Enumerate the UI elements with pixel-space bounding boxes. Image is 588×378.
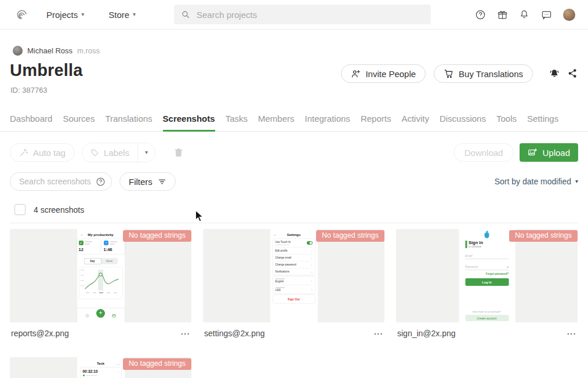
chevron-down-icon: ▾ [81,12,84,17]
signin-title: Sign In [469,241,483,245]
notification-settings-bell-icon[interactable] [549,68,560,79]
screenshot-search [10,172,112,191]
screenshot-card: No tagged strings Task ··· 00:32:10 › [10,357,191,378]
magic-wand-icon [19,148,28,157]
tab-screenshots[interactable]: Screenshots [163,114,215,131]
stat-time: ◔ 1:46 [102,239,125,254]
productivity-chart [79,267,122,299]
buy-translations-button[interactable]: Buy Translations [434,64,533,83]
signin-preview: Sign In to continue Email Password ● For… [459,229,515,322]
password-field: Password ● [465,259,509,270]
search-screenshots-input[interactable] [18,176,96,187]
crowdin-logo-icon[interactable] [14,7,29,22]
log-in-button: Log In [465,278,509,286]
screenshot-filename: settings@2x.png [204,329,265,338]
card-menu-button[interactable]: ··· [567,330,576,337]
chat-icon[interactable] [541,9,552,20]
bell-icon[interactable] [519,9,530,20]
owner-name[interactable]: Michael Ross [27,46,72,55]
sort-label: Sort by date modified [495,177,571,186]
eye-icon: ● [507,266,509,268]
filter-row: Filters Sort by date modified ▾ [10,172,578,191]
labels-label: Labels [104,148,129,158]
help-icon[interactable] [475,9,486,20]
delete-trash-icon[interactable] [173,147,184,158]
tab-tasks[interactable]: Tasks [226,114,248,131]
screenshot-thumb-settings[interactable]: No tagged strings ← Settings Use Touch I… [203,229,384,322]
screenshot-thumb-reports[interactable]: No tagged strings ← My productivity ✓ 12… [10,229,191,322]
invite-people-button[interactable]: Invite People [341,64,426,83]
person-add-icon [351,69,361,79]
tab-settings[interactable]: Settings [527,114,558,131]
settings-row: Change password [275,263,296,266]
screenshot-thumb-signin[interactable]: No tagged strings Sign In to continue Em… [396,229,578,322]
more-icon: ··· [117,362,121,366]
project-id: ID: 387763 [10,86,48,94]
tab-dashboard[interactable]: Dashboard [10,114,52,131]
tab-members[interactable]: Members [258,114,295,131]
screenshots-toolbar: Auto tag Labels ▾ Download [10,143,578,162]
card-menu-button[interactable]: ··· [181,330,190,337]
nav-projects-label: Projects [46,10,78,20]
nav-store-label: Store [108,10,129,20]
top-navbar: Projects ▾ Store ▾ [0,0,588,30]
chevron-down-icon: ▾ [133,12,136,17]
watch-icon [85,314,89,318]
task-timer: 00:32:10 [83,369,98,373]
chevron-down-icon: ▾ [575,179,578,184]
add-button-icon: + [96,309,105,318]
stat-tasks-value: 12 [79,247,98,252]
signin-subtitle: to continue [469,245,483,248]
nav-projects-menu[interactable]: Projects ▾ [46,10,84,20]
upload-label: Upload [542,148,570,158]
screenshot-card: No tagged strings Sign In to continue Em… [396,229,578,338]
owner-avatar [13,46,23,56]
tab-activity[interactable]: Activity [401,114,429,131]
divider [10,223,578,223]
reports-preview: ← My productivity ✓ 12 ◔ 1:46 [77,229,125,322]
screenshot-filename: reports@2x.png [11,329,69,338]
no-account-text: Don't have an account yet? [459,310,515,313]
chevron-down-icon: ▾ [145,150,148,155]
nav-store-menu[interactable]: Store ▾ [108,10,136,20]
language-value: English [275,280,285,283]
share-icon[interactable] [568,68,578,79]
card-menu-button[interactable]: ··· [374,330,383,337]
navbar-right-icons [475,0,575,29]
labels-button[interactable]: Labels [82,143,137,162]
back-arrow-icon: ← [81,233,84,237]
filters-button[interactable]: Filters [119,172,176,191]
toolbar-right: Download Upload [453,143,578,162]
tab-sources[interactable]: Sources [63,114,95,131]
tab-tools[interactable]: Tools [496,114,517,131]
auto-tag-label: Auto tag [33,148,66,158]
user-avatar[interactable] [563,9,575,21]
download-button[interactable]: Download [453,143,514,162]
filter-icon [158,177,166,186]
upload-button[interactable]: Upload [520,143,578,162]
auto-tag-button[interactable]: Auto tag [10,143,75,162]
search-icon [181,10,190,19]
calendar-icon [112,314,116,318]
tab-integrations[interactable]: Integrations [304,114,350,131]
settings-preview: ← Settings Use Touch Id Edit profile› Ch… [270,229,318,322]
search-help-icon[interactable] [96,177,106,187]
sort-dropdown[interactable]: Sort by date modified ▾ [495,177,578,186]
select-all-checkbox[interactable] [14,204,26,215]
screenshot-thumb-task[interactable]: No tagged strings Task ··· 00:32:10 › [10,357,191,378]
search-projects-input[interactable] [195,9,424,20]
tab-translations[interactable]: Translations [105,114,152,131]
gift-icon[interactable] [497,9,508,20]
touch-id-row: Use Touch Id [275,241,291,243]
stat-time-value: 1:46 [104,247,123,252]
cart-icon [444,68,454,79]
labels-dropdown-button[interactable]: ▾ [137,143,155,162]
labels-split-button: Labels ▾ [82,143,155,162]
day-week-toggle: Day Week [84,258,118,264]
filename-row: settings@2x.png ··· [203,329,384,338]
owner-username: m.ross [77,46,100,55]
tab-discussions[interactable]: Discussions [440,114,486,131]
tab-reports[interactable]: Reports [361,114,391,131]
stat-tasks: ✓ 12 [77,239,100,254]
accent-bar [465,241,467,248]
